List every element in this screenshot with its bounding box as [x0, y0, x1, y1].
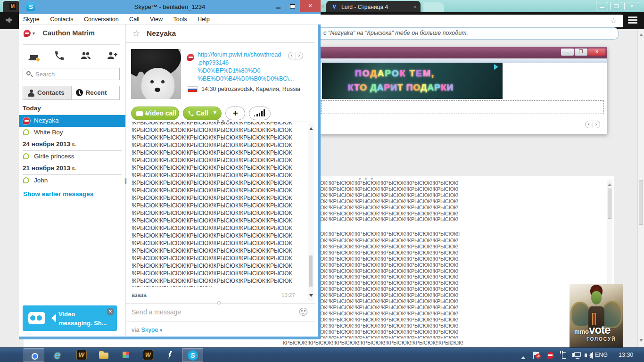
menu-contacts[interactable]: Contacts — [46, 14, 77, 23]
list-header: 21 ноября 2013 г. — [23, 163, 122, 175]
search-placeholder: Search — [35, 71, 55, 78]
home-icon[interactable] — [28, 50, 40, 60]
prev-icon[interactable]: ‹ — [291, 53, 292, 58]
back-icon[interactable] — [4, 17, 13, 24]
maximize-button[interactable] — [286, 2, 299, 11]
menu-help[interactable]: Help — [193, 14, 214, 23]
chat-scrollbar[interactable] — [308, 123, 314, 301]
new-tab-button[interactable] — [423, 2, 444, 12]
tab-favicon-lurd: V — [331, 4, 338, 10]
user-row[interactable]: ▾ Cauthon Matrim — [24, 29, 95, 39]
browser-tab-partial[interactable]: M — [3, 1, 20, 13]
menu-call[interactable]: Call — [125, 14, 144, 23]
taskbar-chrome[interactable] — [24, 348, 44, 362]
taskbar-skype[interactable]: S — [182, 348, 203, 362]
video-messaging-ad[interactable]: Video messaging. Sh... ✕ — [23, 305, 117, 331]
via-skype-selector[interactable]: via Skype ▾ — [132, 326, 162, 333]
tab-close-icon[interactable]: × — [321, 3, 325, 10]
taskbar-app-grid[interactable] — [116, 348, 137, 362]
menu-tools[interactable]: Tools — [169, 14, 191, 23]
next-icon[interactable]: › — [595, 122, 597, 127]
browser-minimize-button[interactable] — [596, 2, 608, 10]
chat-line: !КРЫСЮК!КРЫСЮК!КРЫСЮК!КРЫСЮК!КРЫСЮК!КРЫС… — [132, 247, 306, 255]
scroll-thumb[interactable] — [639, 180, 643, 225]
contacts-group-icon[interactable] — [80, 50, 91, 61]
chat-line: !КРЫСЮК!КРЫСЮК!КРЫСЮК!КРЫСЮК!КРЫСЮК!КРЫС… — [132, 156, 306, 164]
scroll-down-icon[interactable] — [309, 294, 313, 299]
mood-message-link[interactable]: http://forum.pwlvl.ru/showthread .php?93… — [198, 51, 287, 83]
clock[interactable]: 13:30 — [619, 352, 633, 362]
skype-tray-dnd-icon[interactable] — [547, 352, 554, 362]
language-indicator[interactable]: ENG — [595, 352, 608, 362]
add-contact-icon[interactable] — [107, 50, 118, 61]
browser-scrollbar[interactable] — [637, 29, 644, 347]
scroll-thumb[interactable] — [608, 189, 611, 219]
chat-line: ОК!!КРЫСЮК!!КРЫСЮК!!КРЫСЮК!!КРЫСЮК!!КРЫС… — [320, 180, 458, 186]
browser-restore-button[interactable] — [610, 2, 622, 10]
video-camera-icon — [28, 312, 45, 324]
person-icon — [28, 90, 34, 97]
chat-line: ОК!!КРЫСЮК!!КРЫСЮК!!КРЫСЮК!!КРЫСЮК!!КРЫС… — [320, 286, 458, 292]
chat-line: !КРЫСЮК!КРЫСЮК!КРЫСЮК.. — [132, 285, 306, 287]
chat-message-area[interactable]: !КРЫСЮК!КРЫСЮК!КРЫСЮК!КРЫСЮК!КРЫСЮК!КРЫС… — [132, 122, 306, 287]
taskbar-wow[interactable]: W — [72, 348, 92, 362]
input-collapse-handle[interactable] — [217, 301, 221, 304]
skype-titlebar[interactable]: S Skype™ - benladen_1234 × — [19, 0, 321, 14]
show-earlier-messages-link[interactable]: Show earlier messages — [19, 187, 125, 197]
sidebar-toolbar — [19, 49, 125, 65]
menu-skype[interactable]: Skype — [19, 14, 44, 23]
browser-close-button[interactable]: × — [624, 2, 639, 10]
tab-close-icon[interactable]: × — [413, 4, 417, 10]
tab-contacts[interactable]: Contacts — [23, 86, 71, 99]
chevron-down-icon[interactable]: ▾ — [214, 109, 216, 115]
message-input[interactable]: Send a message — [132, 308, 181, 316]
menu-conversation[interactable]: Conversation — [80, 14, 123, 23]
mmovote-banner[interactable]: mmovote ГОЛОСУЙ — [570, 284, 623, 347]
signal-bars-icon — [254, 109, 266, 116]
ad-banner-line1: ПОДАРОК ТЕМ, — [355, 68, 435, 79]
search-input[interactable]: Search — [23, 68, 120, 80]
call-phones-icon[interactable] — [54, 50, 65, 61]
next-icon[interactable]: › — [298, 53, 300, 58]
taskbar-lightning-app[interactable] — [160, 348, 181, 362]
video-call-button[interactable]: Video call — [131, 107, 179, 120]
scroll-up-icon[interactable] — [309, 125, 313, 130]
chevron-down-icon[interactable]: ▾ — [33, 31, 35, 36]
list-item-nezyaka[interactable]: Nezyaka — [19, 115, 125, 127]
taskbar-internet-explorer[interactable]: e — [50, 348, 70, 362]
scroll-thumb[interactable] — [309, 255, 313, 287]
chat-line: !КРЫСЮК!КРЫСЮК!КРЫСЮК!КРЫСЮК!КРЫСЮК!КРЫС… — [132, 172, 306, 179]
scroll-up-icon[interactable] — [608, 181, 611, 186]
list-item-john[interactable]: John — [19, 175, 125, 187]
list-item-white-boy[interactable]: White Boy — [19, 127, 125, 139]
prev-icon[interactable]: ‹ — [588, 122, 589, 127]
list-item-girlie-princess[interactable]: Girlie princess — [19, 151, 125, 163]
emoticon-icon[interactable] — [299, 308, 307, 316]
tab-recent[interactable]: Recent — [72, 86, 120, 99]
taskbar-wow-2[interactable]: W — [138, 348, 159, 362]
adchoices-icon[interactable] — [494, 64, 501, 70]
minimize-button[interactable] — [272, 2, 285, 11]
favorite-star-icon[interactable]: ☆ — [132, 28, 140, 39]
bookmark-star-icon[interactable]: ☆ — [610, 16, 617, 25]
popup-close-button[interactable]: × — [588, 49, 605, 56]
close-button[interactable]: × — [300, 0, 321, 12]
menu-view[interactable]: View — [146, 14, 167, 23]
browser-menu-icon[interactable] — [628, 16, 637, 25]
contact-photo[interactable] — [131, 49, 181, 99]
scroll-up-icon[interactable] — [639, 32, 643, 36]
popup-minimize-button[interactable]: – — [561, 49, 574, 56]
ad-banner[interactable]: ПОДАРОК ТЕМ, КТО ДАРИТ ПОДАРКИ — [322, 63, 503, 99]
scroll-down-icon[interactable] — [639, 339, 643, 344]
ad-close-icon[interactable]: ✕ — [107, 308, 114, 315]
taskbar-file-explorer[interactable] — [94, 348, 115, 362]
profile-pager[interactable]: ‹› — [288, 52, 303, 59]
popup-pager[interactable]: ‹ › — [585, 121, 600, 128]
popup-restore-button[interactable]: ❒ — [575, 49, 587, 56]
call-button[interactable]: Call ▾ — [183, 107, 222, 120]
popup-input-box[interactable] — [321, 100, 604, 114]
call-quality-button[interactable] — [249, 107, 271, 120]
status-dnd-icon[interactable] — [24, 30, 31, 37]
browser-tab-lurd[interactable]: V Lurd - Страница 4 × — [326, 1, 421, 13]
contact-location: 14:30 petrozavodsk, Карелия, Russia — [201, 86, 300, 92]
